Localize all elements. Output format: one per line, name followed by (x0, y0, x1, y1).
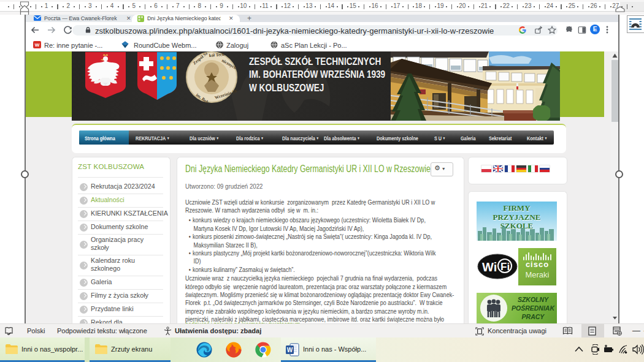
svg-text:W: W (287, 347, 293, 353)
svg-text:Fi: Fi (500, 261, 510, 273)
svg-text:Wi: Wi (482, 260, 497, 274)
svg-text:W: W (35, 42, 40, 48)
